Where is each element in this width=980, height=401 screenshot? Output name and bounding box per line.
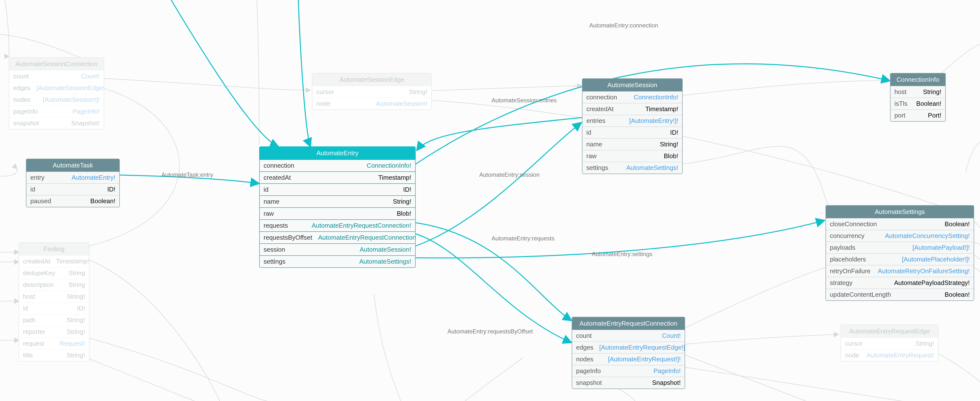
field-type[interactable]: AutomateSession!	[376, 100, 427, 107]
field-type: Timestamp!	[645, 105, 678, 113]
field-type[interactable]: [AutomatePayload!]!	[913, 244, 970, 251]
field-row-id[interactable]: id ID!	[260, 184, 415, 195]
field-type[interactable]: [AutomateSession!]!	[43, 96, 100, 104]
field-type[interactable]: AutomateSettings!	[627, 164, 678, 172]
node-title[interactable]: Finding	[19, 243, 89, 255]
field-row[interactable]: path String!	[19, 314, 89, 326]
field-row[interactable]: nodes [AutomateSession!]!	[9, 94, 104, 105]
field-row[interactable]: id ID!	[19, 302, 89, 314]
node-title[interactable]: AutomateEntryRequestConnection	[572, 317, 685, 330]
node-title[interactable]: AutomateEntry	[260, 147, 415, 160]
field-row[interactable]: pageInfo PageInfo!	[572, 365, 685, 377]
field-type[interactable]: PageInfo!	[654, 367, 681, 375]
field-type[interactable]: AutomateEntryRequest!	[867, 351, 934, 359]
node-automate-task[interactable]: AutomateTask entry AutomateEntry! id ID!…	[26, 159, 120, 207]
field-row[interactable]: edges [AutomateSessionEdge!]!	[9, 82, 104, 94]
field-row-raw[interactable]: raw Blob!	[260, 207, 415, 219]
field-type[interactable]: Count!	[81, 72, 100, 80]
field-type[interactable]: AutomateSession!	[360, 246, 411, 253]
field-row[interactable]: reporter String!	[19, 326, 89, 338]
node-title[interactable]: AutomateSessionConnection	[9, 58, 104, 70]
node-title[interactable]: AutomateSession	[582, 79, 682, 91]
field-row[interactable]: entries [AutomateEntry!]!	[582, 115, 682, 126]
field-name: id	[264, 186, 269, 193]
field-type[interactable]: [AutomateEntryRequest!]!	[608, 355, 681, 363]
field-type[interactable]: AutomateSettings!	[360, 258, 411, 265]
node-title[interactable]: AutomateSessionEdge	[312, 73, 431, 86]
field-row-requests[interactable]: requests AutomateEntryRequestConnection!	[260, 219, 415, 232]
node-finding[interactable]: Finding createdAt Timestamp! dedupeKey S…	[19, 242, 89, 362]
field-type: Timestamp!	[378, 174, 411, 181]
field-row[interactable]: count Count!	[9, 70, 104, 82]
node-title[interactable]: ConnectionInfo	[891, 73, 945, 86]
field-row[interactable]: closeConnection Boolean!	[826, 218, 974, 230]
field-row[interactable]: pageInfo PageInfo!	[9, 105, 104, 117]
field-type[interactable]: Count!	[662, 332, 681, 340]
field-row[interactable]: paused Boolean!	[26, 195, 119, 207]
node-title[interactable]: AutomateSettings	[826, 206, 974, 218]
field-row[interactable]: concurrency AutomateConcurrencySetting!	[826, 230, 974, 241]
field-row[interactable]: snapshot Snapshot!	[572, 377, 685, 388]
field-row[interactable]: id ID!	[582, 126, 682, 138]
field-type[interactable]: Request!	[60, 340, 85, 347]
field-row[interactable]: placeholders [AutomatePlaceholder!]!	[826, 253, 974, 265]
field-type[interactable]: AutomateRetryOnFailureSetting!	[878, 267, 970, 275]
field-row[interactable]: cursor String!	[841, 338, 938, 349]
field-row[interactable]: title String!	[19, 349, 89, 361]
field-row[interactable]: isTls Boolean!	[891, 97, 945, 109]
field-row-requestsbyoffset[interactable]: requestsByOffset AutomateEntryRequestCon…	[260, 232, 415, 243]
field-type[interactable]: ConnectionInfo!	[634, 94, 678, 101]
field-row[interactable]: raw Blob!	[582, 150, 682, 162]
field-row[interactable]: node AutomateSession!	[312, 97, 431, 109]
field-type[interactable]: [AutomateSessionEdge!]!	[37, 84, 104, 92]
node-automate-entry-request-edge[interactable]: AutomateEntryRequestEdge cursor String! …	[841, 324, 939, 362]
field-row[interactable]: cursor String!	[312, 86, 431, 97]
field-row-settings[interactable]: settings AutomateSettings!	[260, 255, 415, 267]
field-row[interactable]: host String!	[891, 86, 945, 97]
field-row[interactable]: connection ConnectionInfo!	[582, 91, 682, 103]
field-type[interactable]: AutomateConcurrencySetting!	[885, 232, 970, 240]
field-row[interactable]: id ID!	[26, 184, 119, 195]
field-type[interactable]: AutomateEntry!	[72, 174, 115, 181]
field-row-connection[interactable]: connection ConnectionInfo!	[260, 160, 415, 171]
node-automate-settings[interactable]: AutomateSettings closeConnection Boolean…	[826, 205, 974, 301]
field-type[interactable]: AutomateEntryRequestConnection!	[312, 222, 411, 229]
field-row[interactable]: updateContentLength Boolean!	[826, 289, 974, 300]
field-row[interactable]: edges [AutomateEntryRequestEdge!]!	[572, 342, 685, 353]
field-type[interactable]: [AutomatePlaceholder!]!	[902, 256, 970, 263]
field-row[interactable]: strategy AutomatePayloadStrategy!	[826, 277, 974, 289]
field-row[interactable]: createdAt Timestamp!	[19, 255, 89, 267]
node-automate-session-connection[interactable]: AutomateSessionConnection count Count! e…	[9, 57, 104, 129]
field-row[interactable]: port Port!	[891, 109, 945, 121]
field-row[interactable]: node AutomateEntryRequest!	[841, 349, 938, 361]
field-type: String!	[393, 198, 411, 205]
field-type[interactable]: [AutomateEntry!]!	[629, 117, 678, 125]
field-row-session[interactable]: session AutomateSession!	[260, 243, 415, 255]
field-row[interactable]: retryOnFailure AutomateRetryOnFailureSet…	[826, 265, 974, 277]
field-type[interactable]: PageInfo!	[73, 108, 100, 115]
field-row[interactable]: createdAt Timestamp!	[582, 103, 682, 115]
field-row[interactable]: entry AutomateEntry!	[26, 172, 119, 184]
field-row-name[interactable]: name String!	[260, 195, 415, 207]
field-row[interactable]: host String!	[19, 291, 89, 302]
field-row[interactable]: description String	[19, 279, 89, 291]
node-automate-session-edge[interactable]: AutomateSessionEdge cursor String! node …	[312, 73, 432, 110]
field-row[interactable]: payloads [AutomatePayload!]!	[826, 241, 974, 253]
node-automate-entry-request-connection[interactable]: AutomateEntryRequestConnection count Cou…	[572, 317, 685, 389]
node-automate-session[interactable]: AutomateSession connection ConnectionInf…	[582, 78, 682, 174]
field-row[interactable]: name String!	[582, 138, 682, 150]
node-title[interactable]: AutomateTask	[26, 159, 119, 172]
node-automate-entry[interactable]: AutomateEntry connection ConnectionInfo!…	[259, 146, 416, 268]
field-row[interactable]: dedupeKey String	[19, 267, 89, 279]
field-row[interactable]: snapshot Snapshot!	[9, 117, 104, 129]
field-row[interactable]: request Request!	[19, 338, 89, 349]
field-type[interactable]: ConnectionInfo!	[367, 162, 411, 169]
field-row-createdat[interactable]: createdAt Timestamp!	[260, 171, 415, 184]
field-type[interactable]: AutomateEntryRequestConnection!	[318, 234, 416, 241]
field-row[interactable]: nodes [AutomateEntryRequest!]!	[572, 353, 685, 365]
node-connection-info[interactable]: ConnectionInfo host String! isTls Boolea…	[890, 73, 946, 122]
node-title[interactable]: AutomateEntryRequestEdge	[841, 325, 938, 338]
field-type[interactable]: [AutomateEntryRequestEdge!]!	[599, 344, 685, 351]
field-row[interactable]: count Count!	[572, 330, 685, 342]
field-row[interactable]: settings AutomateSettings!	[582, 162, 682, 174]
